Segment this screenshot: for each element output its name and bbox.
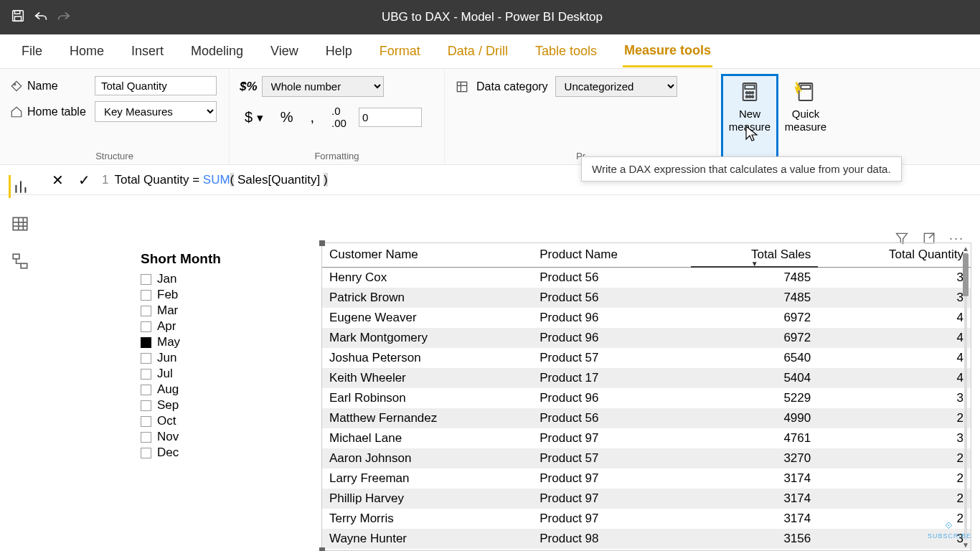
slicer-item[interactable]: Jun [141,350,298,366]
checkbox-icon[interactable] [141,448,151,458]
table-row[interactable]: Terry MorrisProduct 9731742 [322,509,971,529]
slicer-item-label: Jul [157,367,173,381]
tab-modeling[interactable]: Modeling [189,37,245,66]
save-icon[interactable] [10,8,26,27]
checkbox-icon[interactable] [141,369,151,380]
slicer-short-month[interactable]: Short Month JanFebMarAprMayJunJulAugSepO… [141,251,298,461]
column-header[interactable]: Product Name [532,243,691,267]
table-cell: Product 97 [532,489,691,509]
column-header[interactable]: Total Quantity [818,243,971,267]
calculator-icon [738,80,761,103]
table-cell: 2 [818,448,971,468]
formula-editor[interactable]: 1Total Quantity = SUM( Sales[Quantity] ) [102,172,328,187]
table-cell: Product 96 [532,388,691,408]
checkbox-icon[interactable] [141,432,151,443]
table-row[interactable]: Michael LaneProduct 9747613 [322,428,971,448]
resize-handle[interactable] [319,240,325,246]
table-cell: 3 [818,267,971,288]
tab-measure-tools[interactable]: Measure tools [623,36,712,67]
slicer-item[interactable]: Jul [141,366,298,382]
scroll-track[interactable] [964,253,967,540]
table-row[interactable]: Mark MontgomeryProduct 9669724 [322,328,971,348]
table-cell: Henry Cox [322,267,532,288]
resize-handle[interactable] [319,547,325,551]
table-row[interactable]: Wayne HunterProduct 9831563 [322,529,971,549]
decimal-button[interactable]: .0.00 [326,103,352,131]
new-measure-button[interactable]: New measure [723,76,776,161]
tab-help[interactable]: Help [324,37,354,66]
decimals-input[interactable] [359,108,422,127]
scroll-down-icon[interactable]: ▼ [962,541,969,549]
formula-commit-button[interactable]: ✓ [71,169,98,192]
dna-icon: ⟐ [928,517,971,532]
subscribe-watermark: ⟐ SUBSCRIBE [928,517,971,540]
slicer-item[interactable]: May [141,334,298,350]
data-category-select[interactable]: Uncategorized [555,76,677,97]
currency-button[interactable]: $ ▾ [240,107,268,128]
tab-view[interactable]: View [269,37,300,66]
format-select[interactable]: Whole number [262,76,384,97]
table-row[interactable]: Eugene WeaverProduct 9669724 [322,308,971,328]
table-cell: 4 [818,348,971,368]
scroll-up-icon[interactable]: ▲ [962,245,969,253]
svg-rect-16 [801,85,810,89]
table-visual[interactable]: Customer NameProduct NameTotal SalesTota… [321,242,971,551]
table-cell: 3174 [691,509,818,529]
tab-data-drill[interactable]: Data / Drill [446,37,509,66]
undo-icon[interactable] [33,8,49,27]
checkbox-icon[interactable] [141,290,151,301]
slicer-item[interactable]: Mar [141,303,298,319]
tab-table-tools[interactable]: Table tools [534,37,598,66]
slicer-item[interactable]: Oct [141,413,298,429]
slicer-item[interactable]: Dec [141,445,298,461]
home-table-select[interactable]: Key Measures [95,101,217,122]
scroll-thumb[interactable] [963,253,969,296]
checkbox-icon[interactable] [141,274,151,285]
checkbox-icon[interactable] [141,337,151,348]
checkbox-icon[interactable] [141,306,151,316]
table-row[interactable]: Earl RobinsonProduct 9652293 [322,388,971,408]
table-cell: Mark Montgomery [322,328,532,348]
svg-rect-4 [457,82,466,91]
quick-measure-button[interactable]: Quick measure [779,76,832,161]
tab-insert[interactable]: Insert [130,37,165,66]
table-cell: Terry Morris [322,509,532,529]
data-view-button[interactable] [9,212,32,235]
table-row[interactable]: Keith WheelerProduct 1754044 [322,368,971,388]
checkbox-icon[interactable] [141,353,151,364]
table-row[interactable]: Aaron JohnsonProduct 5732702 [322,448,971,468]
comma-button[interactable]: , [305,107,319,128]
slicer-item[interactable]: Apr [141,319,298,334]
table-row[interactable]: Matthew FernandezProduct 5649902 [322,408,971,428]
model-view-button[interactable] [9,250,32,273]
tab-home[interactable]: Home [68,37,105,66]
checkbox-icon[interactable] [141,385,151,395]
column-header[interactable]: Total Sales [691,243,818,267]
table-row[interactable]: Patrick BrownProduct 5674853 [322,288,971,308]
table-row[interactable]: Joshua PetersonProduct 5765404 [322,348,971,368]
tab-file[interactable]: File [20,37,44,66]
checkbox-icon[interactable] [141,321,151,332]
table-cell: 2 [818,408,971,428]
slicer-item[interactable]: Jan [141,271,298,287]
report-view-button[interactable] [9,175,32,198]
measure-name-input[interactable] [95,76,217,95]
percent-button[interactable]: % [275,107,298,128]
table-scrollbar[interactable]: ▲ ▼ [962,246,969,547]
checkbox-icon[interactable] [141,400,151,411]
slicer-item[interactable]: Sep [141,397,298,413]
table-row[interactable]: Larry FreemanProduct 9731742 [322,468,971,489]
slicer-item[interactable]: Nov [141,429,298,445]
column-header[interactable]: Customer Name [322,243,532,267]
formula-cancel-button[interactable]: ✕ [44,169,71,192]
table-cell: 2 [818,489,971,509]
tab-format[interactable]: Format [378,37,422,66]
svg-point-10 [749,92,751,94]
slicer-item[interactable]: Feb [141,287,298,303]
table-cell: 3 [818,288,971,308]
slicer-item[interactable]: Aug [141,382,298,397]
table-row[interactable]: Phillip HarveyProduct 9731742 [322,489,971,509]
redo-icon[interactable] [56,8,72,27]
table-row[interactable]: Henry CoxProduct 5674853 [322,267,971,288]
checkbox-icon[interactable] [141,416,151,427]
